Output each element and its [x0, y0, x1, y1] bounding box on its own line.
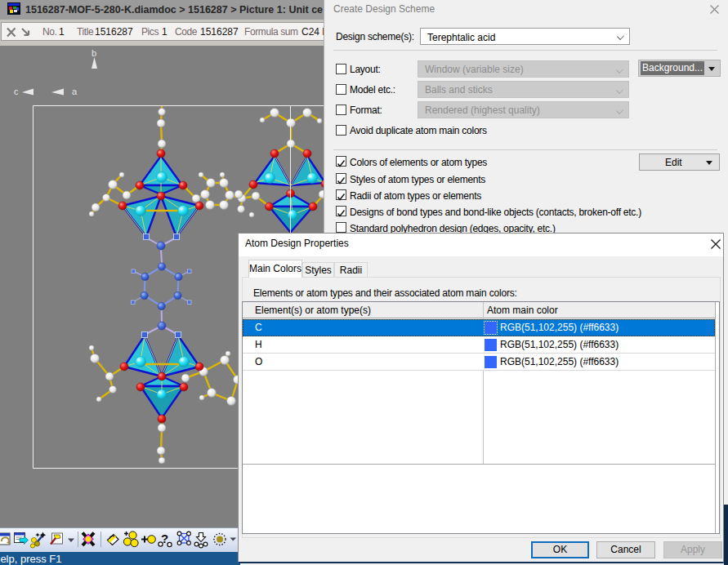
svg-text:a: a [72, 87, 78, 96]
svg-text:b: b [92, 48, 96, 58]
svg-text:c: c [14, 87, 19, 96]
